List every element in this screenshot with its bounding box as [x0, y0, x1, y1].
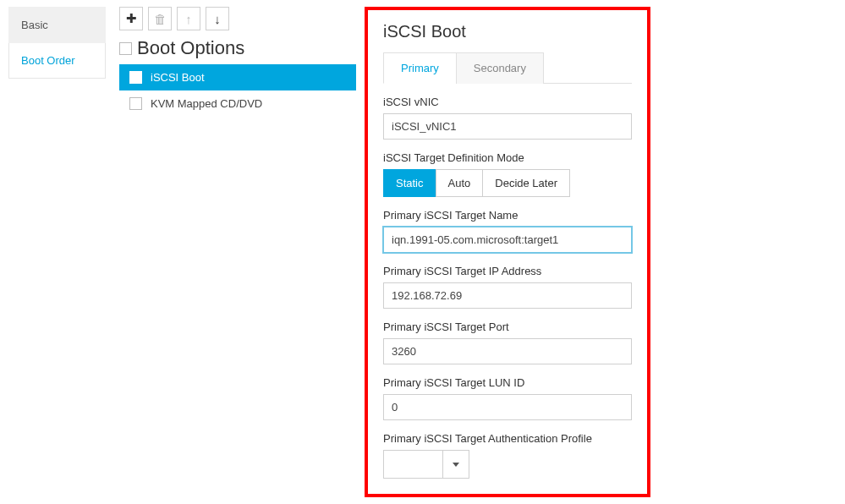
app-root: Basic Boot Order ✚ 🗑 ↑ ↓ Boot Options iS… [0, 0, 845, 504]
section-checkbox[interactable] [119, 42, 132, 55]
arrow-down-icon: ↓ [214, 12, 221, 26]
delete-button[interactable]: 🗑 [148, 7, 172, 30]
field-target-lun: Primary iSCSI Target LUN ID [383, 376, 632, 420]
label-target-name: Primary iSCSI Target Name [383, 209, 632, 222]
boot-item-checkbox[interactable] [129, 97, 142, 110]
panel-tabs: Primary Secondary [383, 52, 632, 84]
boot-item-label: KVM Mapped CD/DVD [151, 97, 262, 110]
boot-item-checkbox[interactable] [129, 71, 142, 84]
label-target-port: Primary iSCSI Target Port [383, 320, 632, 333]
input-target-lun[interactable] [383, 394, 632, 420]
add-button[interactable]: ✚ [119, 7, 143, 30]
label-target-auth: Primary iSCSI Target Authentication Prof… [383, 432, 632, 445]
auth-select[interactable] [383, 450, 632, 479]
move-up-button[interactable]: ↑ [177, 7, 200, 30]
boot-list: iSCSI Boot KVM Mapped CD/DVD [119, 64, 356, 117]
tab-primary[interactable]: Primary [383, 52, 457, 84]
tab-secondary[interactable]: Secondary [456, 52, 544, 84]
field-mode: iSCSI Target Definition Mode Static Auto… [383, 151, 632, 197]
label-mode: iSCSI Target Definition Mode [383, 151, 632, 164]
middle-column: ✚ 🗑 ↑ ↓ Boot Options iSCSI Boot KVM Mapp… [119, 7, 356, 497]
field-target-port: Primary iSCSI Target Port [383, 320, 632, 364]
sidebar-tab-bootorder[interactable]: Boot Order [8, 43, 106, 79]
panel-title: iSCSI Boot [383, 22, 632, 41]
iscsi-panel-highlight: iSCSI Boot Primary Secondary iSCSI vNIC … [365, 7, 650, 497]
trash-icon: 🗑 [154, 12, 167, 26]
label-target-lun: Primary iSCSI Target LUN ID [383, 376, 632, 389]
move-down-button[interactable]: ↓ [206, 7, 229, 30]
sidebar-tab-basic[interactable]: Basic [8, 7, 106, 43]
field-target-auth: Primary iSCSI Target Authentication Prof… [383, 432, 632, 479]
chevron-down-icon [453, 463, 459, 467]
arrow-up-icon: ↑ [185, 12, 192, 26]
mode-static-button[interactable]: Static [383, 169, 436, 197]
boot-item-kvm[interactable]: KVM Mapped CD/DVD [119, 90, 356, 117]
boot-item-label: iSCSI Boot [151, 71, 205, 84]
left-sidebar: Basic Boot Order [8, 7, 106, 497]
field-vnic: iSCSI vNIC [383, 96, 632, 140]
label-target-ip: Primary iSCSI Target IP Address [383, 265, 632, 277]
boot-item-iscsi[interactable]: iSCSI Boot [119, 64, 356, 90]
input-target-port[interactable] [383, 338, 632, 364]
section-heading: Boot Options [119, 37, 356, 59]
plus-icon: ✚ [126, 11, 137, 26]
input-target-ip[interactable] [383, 282, 632, 309]
input-target-name[interactable] [383, 227, 632, 253]
field-target-name: Primary iSCSI Target Name [383, 209, 632, 253]
auth-select-value [383, 450, 442, 479]
input-vnic[interactable] [383, 113, 632, 140]
section-title: Boot Options [137, 37, 244, 59]
auth-select-arrow[interactable] [442, 450, 469, 479]
mode-later-button[interactable]: Decide Later [482, 169, 570, 197]
boot-toolbar: ✚ 🗑 ↑ ↓ [119, 7, 356, 30]
mode-auto-button[interactable]: Auto [436, 169, 484, 197]
field-target-ip: Primary iSCSI Target IP Address [383, 265, 632, 309]
mode-button-group: Static Auto Decide Later [383, 169, 632, 197]
label-vnic: iSCSI vNIC [383, 96, 632, 108]
